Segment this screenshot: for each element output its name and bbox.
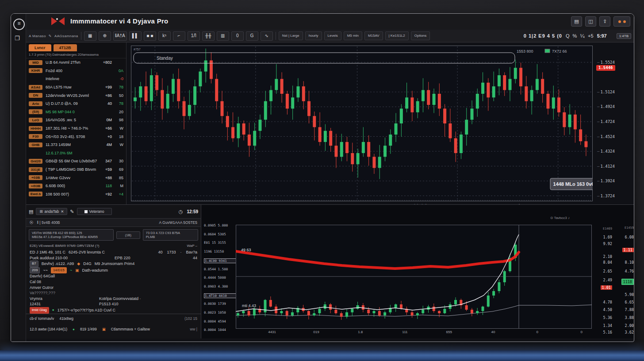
- toolbar-right-icon[interactable]: ⅟₄: [580, 33, 585, 39]
- toolbar-button[interactable]: hourly: [305, 31, 322, 40]
- tab-account-history[interactable]: A GuvW1AAA 5O5TE5: [159, 220, 197, 225]
- symbol-name: U) D.U7.0 @A. 09: [46, 101, 98, 106]
- pencil-icon[interactable]: ✎: [70, 209, 74, 215]
- market-row[interactable]: F30O5+/03 3V2-45). 5708+018: [26, 132, 126, 141]
- terminal-clock: 12:59: [187, 209, 198, 214]
- market-row[interactable]: Intelvve-0: [26, 75, 126, 83]
- terminal-row[interactable]: ED J 1M6 49, 101 C6245-2V8 levumta C4017…: [30, 250, 197, 255]
- terminal-row[interactable]: B7Bevhv) .o122. A99◆D4GM9 Jrumsomam Prim…: [30, 261, 197, 267]
- column1-value: 8.04: [603, 260, 612, 265]
- titlebar-icon[interactable]: ⇪: [599, 16, 610, 27]
- terminal-row[interactable]: Amver Gutror: [30, 285, 197, 291]
- toolbar-icon[interactable]: ‖A†A: [113, 31, 127, 41]
- scale-badge[interactable]: 1:4TB: [617, 33, 631, 39]
- market-row[interactable]: ASA660A L575 Huw+9978: [26, 83, 126, 92]
- market-row[interactable]: LeO16AVAG05 .wv. 50M98: [26, 116, 126, 124]
- toolbar-right-icon[interactable]: +5: [588, 33, 594, 39]
- toolbar-button[interactable]: M15AV: [364, 31, 383, 40]
- toolbar-icon[interactable]: ∿: [261, 31, 273, 41]
- ico-orange-segment: ▣: [102, 327, 106, 331]
- toolbar-icon[interactable]: k⁵: [158, 31, 171, 41]
- toolbar-icon[interactable]: G: [246, 31, 258, 41]
- market-row[interactable]: GHB11.373 1459M4MW: [26, 141, 126, 149]
- price-axis[interactable]: 1.55241.51241.49241.47241.45241.43241.41…: [594, 46, 632, 201]
- market-row[interactable]: 12.6.17.0% 6M: [26, 149, 126, 157]
- column1-value: 2.10: [603, 254, 612, 259]
- market-row[interactable]: (S9)M5 98 MP 044 020: [26, 108, 126, 116]
- toolbar-right-icon[interactable]: %: [573, 33, 577, 39]
- tab-tick-chart[interactable]: 4T12B: [54, 44, 77, 51]
- toolbar-right-icon[interactable]: Q: [566, 33, 570, 39]
- terminal-row[interactable]: lmld Glag●1757/+-v?po??t??ps A1D Cuvl C: [30, 307, 197, 314]
- market-row[interactable]: HHHH187.301 /48 ~ 746.0-7%+66W: [26, 124, 126, 133]
- text-segment: EPB 220: [115, 255, 130, 261]
- toolbar-button[interactable]: Options: [411, 31, 430, 40]
- market-row[interactable]: 331)E( T9P L4M5GMG 09B Btvvm+5969: [26, 165, 126, 174]
- market-row[interactable]: Gnt20GB6@ 55 6M Ove L0vb0vB734730: [26, 157, 126, 165]
- toolbar-icon[interactable]: ■ ■: [144, 31, 156, 41]
- column2-value: 1.11: [622, 248, 634, 252]
- balance-box[interactable]: 73 D3 4.723 C93 B75A PLMB: [143, 229, 198, 241]
- toolbar-icon[interactable]: ╫╫: [202, 31, 215, 41]
- terminal-row[interactable]: VrymraKotrlpa Goomvvvatatd ·: [30, 296, 197, 302]
- toolbar-button[interactable]: | Ke1S1L2: [385, 31, 409, 40]
- ico-orange-segment: ◆: [77, 261, 80, 267]
- period-buttons[interactable]: 0 1|2 E9 4 5 (0: [524, 33, 562, 38]
- indicator-axis-label: 1196 13150: [204, 250, 235, 253]
- ask-value: 20: [112, 110, 123, 114]
- toolbar-icon[interactable]: ▦: [84, 31, 96, 41]
- toolbar-icon[interactable]: ⊕: [99, 31, 111, 41]
- toolbar-label-a[interactable]: A Manaso: [29, 34, 46, 38]
- menu-icon[interactable]: ≡: [13, 19, 25, 30]
- column2-value: E1459: [625, 226, 634, 230]
- terminal-row[interactable]: 12431P1513 410: [30, 301, 197, 307]
- candlestick-chart[interactable]: Standay#7571553 8007X72 661448 MLo 163 0…: [131, 46, 593, 201]
- toolbar-icon[interactable]: ▌▌: [129, 31, 142, 41]
- window-restore-icon[interactable]: ❐: [15, 35, 20, 42]
- titlebar-icon[interactable]: ◫: [585, 16, 596, 27]
- orders-header-box[interactable]: VElTm W05B FB 412 65 693) 125 MB15a 47.1…: [29, 229, 114, 241]
- terminal-row[interactable]: Puek audduut 210-00EPB 22044: [30, 255, 197, 261]
- value-column-1: E14691.699.922.108.042.652.491.014.784.5…: [593, 205, 612, 338]
- symbol-name: M5 98 MP 044 0: [46, 110, 98, 114]
- toolbar-button[interactable]: M5 mln: [344, 31, 362, 40]
- terminal-row[interactable]: Davrlv) 64Gall: [30, 273, 197, 279]
- market-row[interactable]: DN12deVvvde WV25.2vvml+8650: [26, 91, 126, 100]
- layout-grid-icon[interactable]: ▤: [29, 209, 33, 215]
- text-segment: Ctlammmava + Gailtew: [111, 327, 150, 331]
- titlebar-icon[interactable]: ▤: [571, 16, 582, 27]
- window-controls[interactable]: [613, 16, 630, 27]
- close-icon[interactable]: ✕: [61, 209, 64, 214]
- g-segment: ~: [70, 268, 72, 273]
- terminal-row[interactable]: 209~~14/D15~▣Dath-wadumm: [30, 267, 197, 274]
- toolbar-icon[interactable]: 0: [231, 31, 244, 41]
- market-row[interactable]: Ewd.b108 500 007)+92+4: [26, 190, 126, 199]
- terminal-row[interactable]: Cal 08: [30, 279, 197, 285]
- veterano-button[interactable]: Veterano: [77, 208, 112, 215]
- toolbar-icon[interactable]: ⌐: [173, 31, 185, 41]
- tab-trade[interactable]: ‖ | 5v4B 400B: [37, 220, 60, 225]
- tab-button[interactable]: ⊞andaTab✕: [36, 208, 67, 215]
- market-row[interactable]: =/03B6.60B 000)118M: [26, 182, 126, 190]
- market-row[interactable]: ArloU) D.U7.0 @A. 094078: [26, 100, 126, 108]
- toolbar-label-b[interactable]: AAGsamnana: [54, 34, 78, 38]
- symbol-badge: [29, 78, 42, 79]
- tab-symbols[interactable]: Lvncr: [29, 44, 51, 51]
- close-dot-icon[interactable]: [623, 20, 626, 23]
- bid-value: 347: [98, 159, 112, 163]
- terminal-header-boxes: VElTm W05B FB 412 65 693) 125 MB15a 47.1…: [26, 227, 201, 243]
- column2-value: 3.62: [625, 330, 634, 334]
- minimize-dot-icon[interactable]: [618, 20, 621, 23]
- toolbar-button[interactable]: Nst | Large: [279, 31, 303, 40]
- radio-icon[interactable]: ⦿: [30, 220, 34, 225]
- toolbar-button[interactable]: Levels: [324, 31, 341, 40]
- pencil-icon[interactable]: ✎: [49, 34, 52, 38]
- market-row[interactable]: MIDU.B 64 Avvml 2Tfvn+802: [26, 58, 126, 67]
- text-segment: M9 Jrumsomam Prim4: [95, 261, 135, 267]
- market-row[interactable]: +03B1AMve G2vvv+8885: [26, 173, 126, 182]
- toolbar-icon[interactable]: 1Л: [188, 31, 200, 41]
- indicator-chart[interactable]: 49 63mti 4.43: [236, 225, 592, 329]
- terminal-row[interactable]: Va??????,???: [30, 290, 197, 296]
- toolbar-icon[interactable]: ▥: [217, 31, 229, 41]
- market-row[interactable]: KIHRFo2d 4000A: [26, 67, 126, 75]
